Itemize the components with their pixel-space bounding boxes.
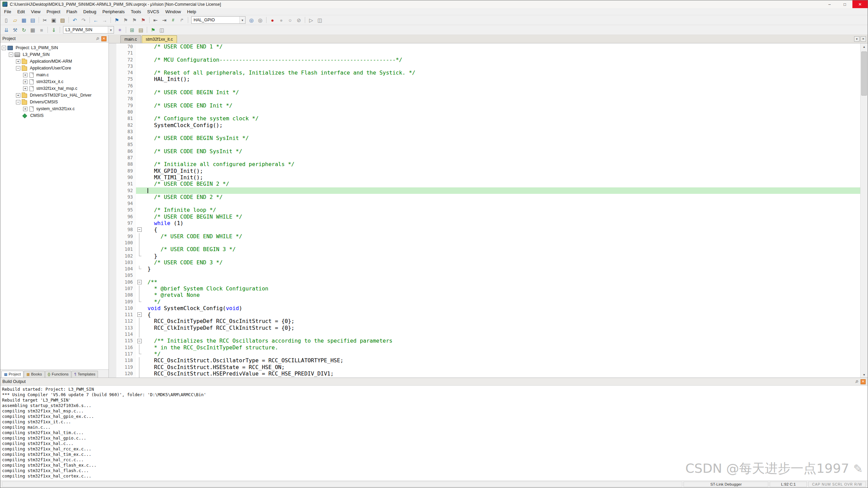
target-combobox[interactable]: L3_PWM_SIN▾	[63, 26, 114, 34]
breakpoint-margin[interactable]	[109, 233, 116, 240]
breakpoint-margin[interactable]	[109, 96, 116, 102]
scrollbar-up-icon[interactable]: ▴	[861, 43, 868, 49]
editor-scrollbar[interactable]: ▴ ▾	[860, 43, 868, 378]
breakpoint-margin[interactable]	[109, 161, 116, 167]
file-extensions-icon[interactable]: ▤	[137, 26, 145, 34]
code-line-91[interactable]: 91 /* USER CODE BEGIN 2 */	[109, 181, 860, 187]
menu-peripherals[interactable]: Peripherals	[99, 8, 128, 15]
breakpoint-margin[interactable]	[109, 305, 116, 311]
code-line-109[interactable]: 109 */	[109, 299, 860, 305]
tree-item-application-mdk-arm[interactable]: +Application/MDK-ARM	[0, 58, 108, 65]
expand-icon[interactable]: +	[23, 80, 27, 84]
tree-item-project-l3-pwm-sin[interactable]: −Project: L3_PWM_SIN	[0, 44, 108, 51]
open-file-icon[interactable]: ▱	[11, 16, 19, 24]
bookmark-clear-icon[interactable]: ⚑	[139, 16, 147, 24]
code-line-110[interactable]: 110void SystemClock_Config(void)	[109, 305, 860, 311]
code-line-111[interactable]: 111−{	[109, 311, 860, 318]
breakpoint-disable-all-icon[interactable]: ○	[286, 16, 294, 24]
expand-icon[interactable]: +	[23, 86, 27, 91]
code-line-80[interactable]: 80	[109, 109, 860, 115]
code-line-92[interactable]: 92	[109, 187, 860, 194]
fold-collapse-icon[interactable]: −	[137, 280, 142, 284]
code-line-96[interactable]: 96 /* USER CODE BEGIN WHILE */	[109, 214, 860, 220]
breakpoint-margin[interactable]	[109, 311, 116, 318]
scrollbar-thumb[interactable]	[861, 52, 867, 96]
code-line-107[interactable]: 107 * @brief System Clock Configuration	[109, 285, 860, 292]
code-line-106[interactable]: 106−/**	[109, 279, 860, 285]
tree-item-main-c[interactable]: +main.c	[0, 72, 108, 78]
code-line-119[interactable]: 119 RCC_OscInitStruct.HSEState = RCC_HSE…	[109, 364, 860, 370]
pin-icon[interactable]: ⚲	[94, 35, 101, 42]
project-panel-close-icon[interactable]: ✕	[101, 36, 106, 41]
breakpoint-margin[interactable]	[109, 155, 116, 161]
menu-tools[interactable]: Tools	[128, 8, 144, 15]
tree-item-drivers-cmsis[interactable]: −Drivers/CMSIS	[0, 99, 108, 105]
code-line-78[interactable]: 78	[109, 96, 860, 102]
code-line-105[interactable]: 105	[109, 272, 860, 279]
breakpoint-margin[interactable]	[109, 76, 116, 82]
save-all-icon[interactable]: ▤	[28, 16, 37, 24]
breakpoint-margin[interactable]	[109, 259, 116, 266]
code-line-73[interactable]: 73	[109, 63, 860, 69]
breakpoint-margin[interactable]	[109, 220, 116, 226]
fold-collapse-icon[interactable]: −	[137, 227, 142, 232]
breakpoint-margin[interactable]	[109, 128, 116, 135]
breakpoint-kill-all-icon[interactable]: ⊘	[295, 16, 303, 24]
collapse-icon[interactable]: −	[9, 53, 13, 57]
code-line-83[interactable]: 83	[109, 128, 860, 135]
panel-tab-functions[interactable]: {}Functions	[45, 371, 72, 378]
code-line-86[interactable]: 86 /* USER CODE END SysInit */	[109, 148, 860, 155]
breakpoint-margin[interactable]	[109, 115, 116, 122]
code-area[interactable]: 70 /* USER CODE END 1 */7172 /* MCU Conf…	[109, 43, 860, 378]
menu-view[interactable]: View	[28, 8, 43, 15]
breakpoint-margin[interactable]	[109, 357, 116, 364]
breakpoint-margin[interactable]	[109, 102, 116, 109]
code-line-112[interactable]: 112 RCC_OscInitTypeDef RCC_OscInitStruct…	[109, 318, 860, 324]
breakpoint-margin[interactable]	[109, 331, 116, 338]
breakpoint-margin[interactable]	[109, 83, 116, 89]
code-line-116[interactable]: 116 * in the RCC_OscInitTypeDef structur…	[109, 344, 860, 351]
code-line-103[interactable]: 103 /* USER CODE END 3 */	[109, 259, 860, 266]
title-bar[interactable]: C:\Users\HJ\Desktop\MDK\L3_PWM_SIN\MDK-A…	[0, 0, 868, 8]
code-line-95[interactable]: 95 /* Infinite loop */	[109, 207, 860, 213]
menu-edit[interactable]: Edit	[14, 8, 28, 15]
code-line-90[interactable]: 90 MX_TIM1_Init();	[109, 174, 860, 181]
breakpoint-margin[interactable]	[109, 364, 116, 370]
expand-icon[interactable]: +	[23, 107, 27, 111]
breakpoint-margin[interactable]	[109, 338, 116, 344]
breakpoint-margin[interactable]	[109, 135, 116, 141]
code-line-94[interactable]: 94	[109, 200, 860, 207]
menu-svcs[interactable]: SVCS	[144, 8, 162, 15]
breakpoint-toggle-icon[interactable]: ●	[268, 16, 277, 24]
flash-download-icon[interactable]: ⇓	[50, 26, 58, 34]
code-line-114[interactable]: 114	[109, 331, 860, 338]
stop-build-icon[interactable]: ■	[37, 26, 46, 34]
redo-icon[interactable]: ↷	[79, 16, 88, 24]
tree-item-drivers-stm32f1xx-hal-driver[interactable]: +Drivers/STM32F1xx_HAL_Driver	[0, 92, 108, 99]
breakpoint-margin[interactable]	[109, 370, 116, 377]
editor-tab-stm32f1xx-it-c[interactable]: stm32f1xx_it.c	[142, 35, 177, 43]
indent-right-icon[interactable]: ⇥	[160, 16, 169, 24]
breakpoint-margin[interactable]	[109, 272, 116, 279]
code-line-71[interactable]: 71	[109, 50, 860, 56]
trace-icon[interactable]: ◫	[316, 16, 324, 24]
breakpoint-margin[interactable]	[109, 50, 116, 56]
breakpoint-margin[interactable]	[109, 69, 116, 76]
code-line-81[interactable]: 81 /* Configure the system clock */	[109, 115, 860, 122]
expand-icon[interactable]: +	[16, 93, 20, 98]
breakpoint-margin[interactable]	[109, 266, 116, 272]
breakpoint-margin[interactable]	[109, 174, 116, 181]
breakpoint-margin[interactable]	[109, 43, 116, 50]
code-line-87[interactable]: 87	[109, 155, 860, 161]
menu-file[interactable]: File	[1, 8, 14, 15]
tree-item-stm32f1xx-hal-msp-c[interactable]: +stm32f1xx_hal_msp.c	[0, 85, 108, 92]
indent-left-icon[interactable]: ⇤	[151, 16, 160, 24]
code-line-74[interactable]: 74 /* Reset of all peripherals, Initiali…	[109, 69, 860, 76]
tree-item-cmsis[interactable]: CMSIS	[0, 112, 108, 119]
menu-window[interactable]: Window	[162, 8, 184, 15]
build-output-close-icon[interactable]: ✕	[861, 379, 866, 384]
breakpoint-margin[interactable]	[109, 57, 116, 63]
bookmark-toggle-icon[interactable]: ⚑	[113, 16, 121, 24]
minimize-button[interactable]: –	[822, 0, 837, 8]
cut-icon[interactable]: ✂	[41, 16, 49, 24]
